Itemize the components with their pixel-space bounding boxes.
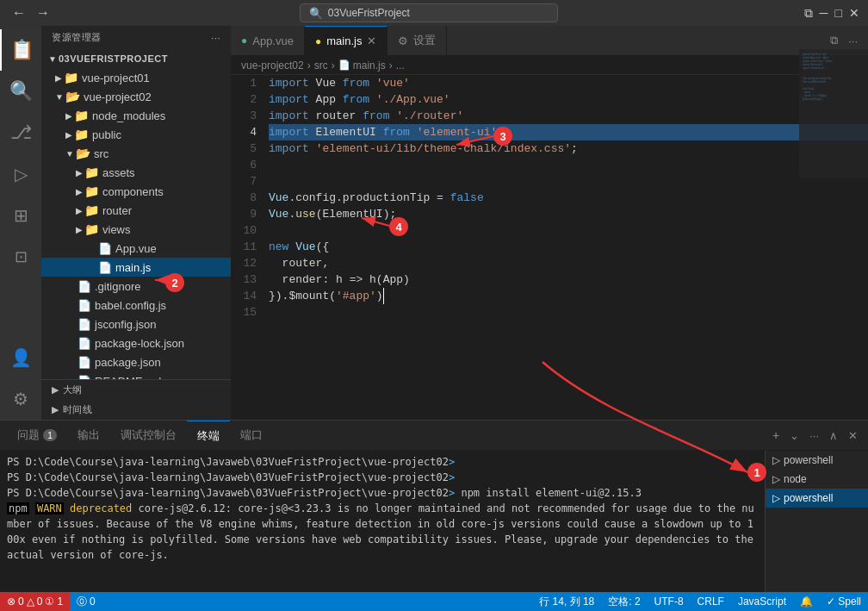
panel-close-icon[interactable]: ✕ — [845, 426, 861, 446]
code-line-11: new Vue({ — [269, 239, 868, 255]
panel-more-icon[interactable]: ⌄ — [786, 426, 803, 446]
timeline-section[interactable]: ▶ 时间线 — [41, 400, 231, 420]
sidebar-item-assets[interactable]: ▶ 📁 assets — [41, 163, 231, 182]
activity-bar: 📋 🔍 ⎇ ▷ ⊞ ⊡ 👤 ⚙ — [0, 26, 41, 420]
sidebar-header: 资源管理器 ··· — [41, 26, 231, 49]
terminal-powershell-icon: ▷ — [772, 454, 780, 466]
panel-minimize-icon[interactable]: ∧ — [826, 426, 841, 446]
position-text: 行 14, 列 18 — [539, 595, 594, 609]
maximize[interactable]: □ — [835, 6, 842, 21]
sidebar-item-components[interactable]: ▶ 📁 components — [41, 182, 231, 201]
code-lines[interactable]: import Vue from 'vue' import App from '.… — [265, 75, 868, 420]
panel-tab-debug-console[interactable]: 调试控制台 — [110, 421, 187, 450]
more-icon[interactable]: ··· — [845, 31, 861, 51]
editor-area: ● App.vue ● main.js ✕ ⚙ 设置 ⧉ — [231, 26, 868, 420]
split-editor[interactable]: ⧉ — [804, 6, 813, 21]
code-line-1: import Vue from 'vue' — [269, 75, 868, 91]
breadcrumb: vue-project02 › src › 📄 main.js › ... — [231, 56, 868, 75]
tab-settings[interactable]: ⚙ 设置 — [388, 26, 447, 55]
code-line-14: }).$mount('#app') — [269, 288, 868, 304]
activity-item-extensions[interactable]: ⊞ — [0, 195, 41, 236]
status-git[interactable]: ⓪ 0 — [70, 592, 102, 611]
tree-root[interactable]: ▼ 03VUEFRISTPROJECT — [41, 49, 231, 68]
status-line-ending[interactable]: CRLF — [691, 592, 731, 611]
code-line-8: Vue.config.productionTip = false — [269, 190, 868, 206]
code-line-6 — [269, 157, 868, 173]
sidebar-item-router[interactable]: ▶ 📁 router — [41, 201, 231, 220]
sidebar-item-package[interactable]: 📄 package.json — [41, 352, 231, 371]
terminal-item-node[interactable]: ▷ node — [766, 470, 868, 489]
item-label: vue-project02 — [84, 90, 152, 103]
panel-tab-output[interactable]: 输出 — [67, 421, 110, 450]
search-text: 03VueFristProject — [328, 7, 410, 19]
annotation-badge-3: 3 — [493, 127, 512, 146]
panel-tab-problems[interactable]: 问题 1 — [7, 421, 67, 450]
outline-label: 大纲 — [63, 383, 83, 396]
sidebar-item-package-lock[interactable]: 📄 package-lock.json — [41, 334, 231, 352]
terminal-line-3: PS D:\Code\Course\java-learning\Javaweb\… — [7, 485, 758, 501]
item-label: babel.config.js — [95, 299, 166, 312]
annotation-badge-4: 4 — [389, 217, 408, 236]
nav-back[interactable]: ← — [9, 5, 29, 21]
close[interactable]: ✕ — [849, 6, 859, 21]
sidebar: 资源管理器 ··· ▼ 03VUEFRISTPROJECT ▶ 📁 vue-pr… — [41, 26, 231, 420]
sidebar-item-gitignore[interactable]: 📄 .gitignore — [41, 277, 231, 296]
sidebar-item-node-modules[interactable]: ▶ 📁 node_modules — [41, 106, 231, 125]
outline-section[interactable]: ▶ 大纲 — [41, 379, 231, 400]
status-errors[interactable]: ⊗ 0 △ 0 ① 1 — [0, 592, 70, 611]
item-label: assets — [102, 166, 135, 179]
activity-item-source-control[interactable]: ⎇ — [0, 112, 41, 153]
minimize[interactable]: ─ — [820, 6, 828, 21]
tab-close-icon[interactable]: ✕ — [367, 34, 376, 47]
code-line-9: Vue.use(ElementUI); — [269, 206, 868, 222]
tab-main-js[interactable]: ● main.js ✕ — [305, 26, 388, 55]
sidebar-item-babel[interactable]: 📄 babel.config.js — [41, 296, 231, 315]
status-encoding[interactable]: UTF-8 — [648, 592, 691, 611]
sidebar-item-public[interactable]: ▶ 📁 public — [41, 125, 231, 144]
activity-item-explorer[interactable]: 📋 — [0, 29, 41, 71]
panel-tab-ports[interactable]: 端口 — [230, 421, 273, 450]
panel-dot-dot-dot[interactable]: ··· — [806, 426, 822, 446]
item-label: public — [92, 128, 121, 141]
activity-item-settings[interactable]: ⚙ — [0, 378, 41, 420]
sidebar-title: 资源管理器 — [52, 31, 102, 44]
terminal-item-powershell-2[interactable]: ▷ powershell — [766, 489, 868, 508]
activity-item-run[interactable]: ▷ — [0, 153, 41, 195]
line-numbers: 1 2 3 4 5 6 7 8 9 10 11 12 13 14 — [231, 75, 265, 420]
sidebar-item-readme[interactable]: 📄 README.md — [41, 371, 231, 379]
sidebar-item-views[interactable]: ▶ 📁 views — [41, 220, 231, 239]
code-area[interactable]: 1 2 3 4 5 6 7 8 9 10 11 12 13 14 — [231, 75, 868, 420]
tab-app-vue[interactable]: ● App.vue — [231, 26, 305, 55]
status-spaces[interactable]: 空格: 2 — [601, 592, 647, 611]
activity-item-search[interactable]: 🔍 — [0, 71, 41, 112]
terminal-line-4: npm WARN deprecated core-js@2.6.12: core… — [7, 501, 758, 563]
status-spell[interactable]: ✓ Spell — [820, 592, 868, 611]
status-bar: ⊗ 0 △ 0 ① 1 ⓪ 0 行 14, 列 18 空格: 2 UTF-8 — [0, 592, 868, 611]
panel-tab-terminal[interactable]: 终端 — [187, 421, 230, 450]
sidebar-item-main-js[interactable]: 📄 main.js — [41, 258, 231, 277]
terminal-item-powershell-1[interactable]: ▷ powershell — [766, 451, 868, 470]
item-label: components — [102, 185, 164, 198]
sidebar-item-app-vue[interactable]: 📄 App.vue — [41, 239, 231, 258]
code-line-7 — [269, 173, 868, 190]
sidebar-more-icon[interactable]: ··· — [211, 33, 220, 43]
status-position[interactable]: 行 14, 列 18 — [532, 592, 601, 611]
sidebar-item-vue-project02[interactable]: ▼ 📂 vue-project02 — [41, 87, 231, 106]
sidebar-item-src[interactable]: ▼ 📂 src — [41, 144, 231, 163]
item-label: package-lock.json — [95, 337, 184, 350]
item-label: src — [94, 147, 108, 160]
titlebar: ← → 🔍 03VueFristProject ⧉ ─ □ ✕ — [0, 0, 868, 26]
split-icon[interactable]: ⧉ — [827, 30, 841, 51]
nav-forward[interactable]: → — [33, 5, 53, 21]
activity-item-accounts[interactable]: 👤 — [0, 337, 41, 378]
status-notifications[interactable]: 🔔 — [793, 592, 820, 611]
status-language[interactable]: JavaScript — [731, 592, 793, 611]
item-label: router — [102, 204, 132, 217]
sidebar-item-vue-project01[interactable]: ▶ 📁 vue-project01 — [41, 68, 231, 87]
search-bar[interactable]: 🔍 03VueFristProject — [300, 3, 558, 22]
panel-actions: + ⌄ ··· ∧ ✕ — [769, 421, 861, 450]
sidebar-item-jsconfig[interactable]: 📄 jsconfig.json — [41, 315, 231, 334]
activity-item-remote[interactable]: ⊡ — [0, 236, 41, 277]
add-terminal-icon[interactable]: + — [769, 425, 783, 446]
terminal-content[interactable]: PS D:\Code\Course\java-learning\Javaweb\… — [0, 451, 765, 592]
